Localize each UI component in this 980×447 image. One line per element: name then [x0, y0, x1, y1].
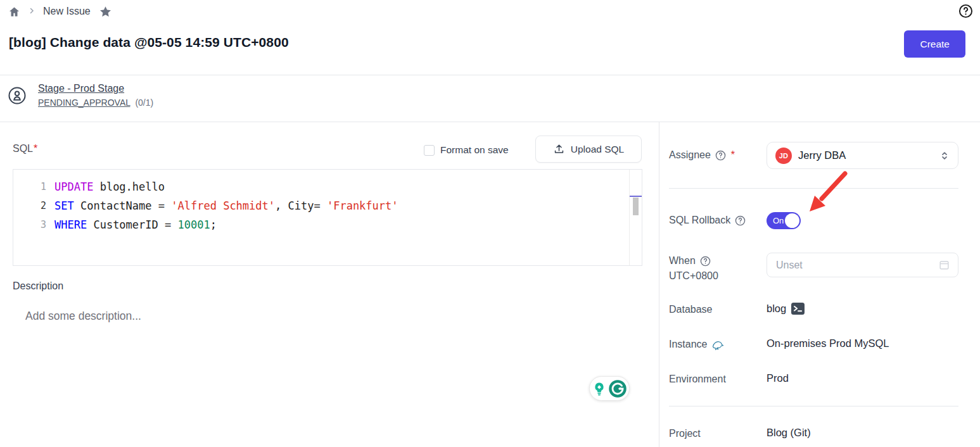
toggle-knob: [785, 213, 799, 228]
new-issue-page: New Issue [blog] Change data @05-05 14:5…: [0, 0, 980, 447]
editor-scrollbar[interactable]: [629, 170, 642, 265]
suggestion-bulb-icon[interactable]: [592, 381, 607, 396]
divider: [659, 122, 659, 447]
favorite-star-icon[interactable]: [99, 5, 112, 18]
code-text: UPDATE blog.hello: [54, 177, 165, 196]
description-label: Description: [13, 280, 63, 292]
divider: [669, 188, 958, 189]
line-number: 3: [13, 215, 46, 234]
breadcrumb-current: New Issue: [43, 6, 91, 17]
format-on-save-checkbox[interactable]: [424, 145, 435, 156]
format-on-save-control[interactable]: Format on save: [424, 144, 509, 156]
when-timezone: UTC+0800: [669, 270, 718, 281]
editor-overview-marker: [630, 196, 642, 197]
help-icon[interactable]: [958, 4, 973, 18]
database-value: blog: [767, 303, 786, 315]
assignee-avatar: JD: [775, 148, 792, 164]
editor-scrollbar-thumb[interactable]: [633, 198, 639, 215]
chevron-up-down-icon: [939, 150, 950, 161]
home-icon[interactable]: [8, 6, 20, 18]
when-datetime-field[interactable]: [767, 253, 958, 277]
assignee-person-icon: [8, 86, 27, 105]
code-text: SET ContactName = 'Alfred Schmidt', City…: [54, 196, 398, 215]
code-line: 1UPDATE blog.hello: [13, 177, 642, 196]
upload-sql-button[interactable]: Upload SQL: [535, 135, 642, 163]
breadcrumb-separator-icon: [28, 6, 35, 16]
project-value: Blog (Git): [767, 427, 811, 439]
when-help-icon[interactable]: [700, 256, 711, 267]
stage-approval-count: (0/1): [135, 98, 153, 108]
calendar-icon: [938, 259, 950, 271]
sql-console-icon[interactable]: [791, 303, 805, 315]
sql-rollback-toggle[interactable]: On: [767, 212, 801, 229]
assignee-select[interactable]: JD Jerry DBA: [767, 142, 958, 169]
divider: [669, 406, 958, 406]
sql-editor[interactable]: 1UPDATE blog.hello2SET ContactName = 'Al…: [13, 169, 642, 266]
assignee-help-icon[interactable]: [715, 150, 726, 161]
project-label: Project: [669, 428, 701, 439]
code-lines: 1UPDATE blog.hello2SET ContactName = 'Al…: [13, 177, 642, 234]
required-mark: *: [731, 149, 735, 161]
format-on-save-label: Format on save: [440, 144, 509, 156]
upload-sql-label: Upload SQL: [571, 144, 624, 155]
grammarly-logo-icon[interactable]: [608, 379, 627, 398]
stage-status-line: PENDING_APPROVAL (0/1): [38, 98, 153, 108]
code-text: WHERE CustomerID = 10001;: [54, 215, 217, 234]
environment-label: Environment: [669, 374, 726, 385]
assignee-value: Jerry DBA: [798, 149, 932, 161]
create-button[interactable]: Create: [904, 30, 965, 58]
code-line: 3WHERE CustomerID = 10001;: [13, 215, 642, 234]
line-number: 2: [13, 196, 46, 215]
stage-link[interactable]: Stage - Prod Stage: [38, 83, 153, 94]
database-label: Database: [669, 304, 713, 315]
environment-value: Prod: [767, 372, 789, 384]
mysql-dolphin-icon: [711, 339, 725, 350]
description-input[interactable]: Add some description...: [25, 310, 141, 323]
stage-section: Stage - Prod Stage PENDING_APPROVAL (0/1…: [8, 83, 153, 108]
sql-rollback-help-icon[interactable]: [735, 215, 746, 226]
instance-label: Instance: [669, 339, 725, 350]
sql-rollback-label: SQL Rollback: [669, 215, 746, 226]
code-line: 2SET ContactName = 'Alfred Schmidt', Cit…: [13, 196, 642, 215]
divider: [0, 122, 980, 122]
page-title: [blog] Change data @05-05 14:59 UTC+0800: [9, 35, 289, 50]
breadcrumb: New Issue: [8, 3, 112, 20]
when-input[interactable]: [776, 260, 938, 271]
when-label: When UTC+0800: [669, 253, 718, 284]
assignee-label: Assignee *: [669, 149, 735, 161]
grammarly-widget: [589, 376, 630, 401]
divider: [0, 75, 980, 75]
database-value-row: blog: [767, 303, 805, 315]
toggle-state-label: On: [773, 216, 784, 225]
required-mark: *: [34, 143, 37, 154]
stage-status-link[interactable]: PENDING_APPROVAL: [38, 98, 130, 108]
annotation-arrow: [795, 168, 855, 222]
instance-value: On-premises Prod MySQL: [767, 337, 889, 349]
sql-field-label: SQL*: [13, 143, 37, 154]
line-number: 1: [13, 177, 46, 196]
upload-icon: [553, 143, 565, 155]
